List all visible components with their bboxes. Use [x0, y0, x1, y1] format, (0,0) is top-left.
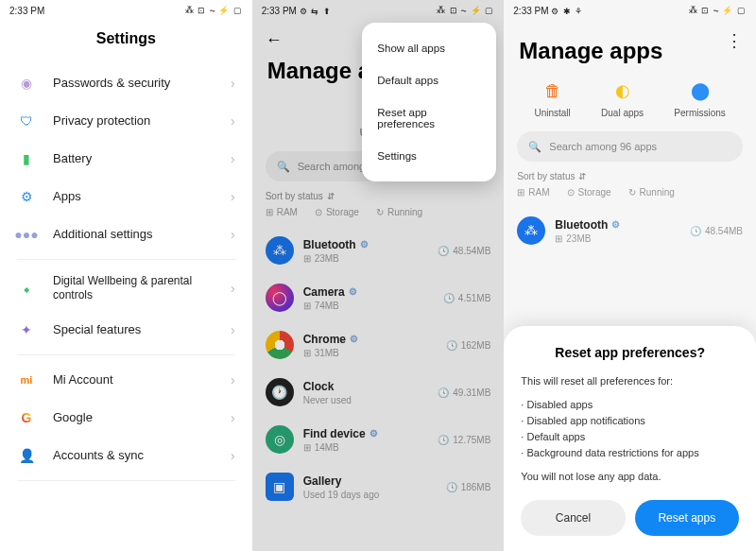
action-uninstall[interactable]: 🗑 Uninstall — [534, 79, 570, 118]
more-button[interactable]: ⋮ — [726, 30, 743, 51]
action-permissions[interactable]: ⬤ Permissions — [674, 79, 725, 118]
settings-item-apps[interactable]: ⚙ Apps › — [4, 178, 249, 215]
settings-item-mi-account[interactable]: mi Mi Account › — [4, 361, 249, 399]
status-icons: ⁂ ⊡ ⏦ ⚡ ▢ — [185, 6, 243, 15]
settings-item-special[interactable]: ✦ Special features › — [4, 311, 249, 349]
status-icons: ⁂ ⊡ ⏦ ⚡ ▢ — [689, 6, 747, 15]
status-bar: 2:33 PM ⚙ ✱ ⚘ ⁂ ⊡ ⏦ ⚡ ▢ — [504, 0, 756, 21]
reset-apps-button[interactable]: Reset apps — [635, 500, 739, 536]
person-icon: 👤 — [17, 446, 36, 465]
chevron-right-icon: › — [231, 113, 235, 129]
menu-reset-prefs[interactable]: Reset app preferences — [362, 96, 496, 140]
divider — [17, 480, 235, 481]
settings-item-privacy[interactable]: 🛡 Privacy protection › — [4, 102, 249, 140]
dialog-title: Reset app preferences? — [521, 345, 739, 360]
sort-icon: ⇵ — [578, 171, 586, 181]
special-icon: ✦ — [17, 320, 36, 339]
settings-item-accounts[interactable]: 👤 Accounts & sync › — [4, 437, 249, 474]
chevron-right-icon: › — [231, 448, 235, 463]
divider — [17, 354, 235, 355]
overflow-menu: Show all apps Default apps Reset app pre… — [362, 23, 496, 181]
settings-list: ◉ Passwords & security › 🛡 Privacy prote… — [0, 64, 252, 481]
chevron-right-icon: › — [231, 227, 235, 242]
status-time: 2:33 PM ⚙ ✱ ⚘ — [513, 6, 583, 16]
chevron-right-icon: › — [231, 372, 235, 387]
chevron-right-icon: › — [231, 410, 235, 425]
sort-toggle[interactable]: Sort by status ⇵ — [504, 171, 756, 187]
status-time: 2:33 PM — [9, 6, 44, 16]
trash-icon: 🗑 — [541, 79, 564, 102]
settings-item-additional[interactable]: ●●● Additional settings › — [4, 215, 249, 253]
battery-icon: ▮ — [17, 149, 36, 168]
chevron-right-icon: › — [231, 281, 235, 296]
bluetooth-icon: ⁂ — [517, 216, 545, 245]
chevron-right-icon: › — [231, 76, 235, 91]
wellbeing-icon: ⬥ — [17, 279, 36, 298]
search-icon: 🔍 — [528, 141, 541, 153]
settings-item-wellbeing[interactable]: ⬥ Digital Wellbeing & parental controls … — [4, 266, 249, 311]
chevron-right-icon: › — [231, 189, 235, 204]
settings-item-battery[interactable]: ▮ Battery › — [4, 140, 249, 178]
chip-ram[interactable]: ⊞ RAM — [517, 187, 549, 198]
app-row-bluetooth[interactable]: ⁂ Bluetooth ⚙ ⊞ 23MB 🕓 48.54MB — [517, 207, 743, 254]
page-title: Settings — [0, 30, 252, 47]
panel-settings: 2:33 PM ⁂ ⊡ ⏦ ⚡ ▢ Settings ◉ Passwords &… — [0, 0, 252, 551]
chip-storage[interactable]: ⊙ Storage — [567, 187, 611, 198]
gear-icon: ⚙ — [17, 187, 36, 206]
panel-manage-apps-dialog: 2:33 PM ⚙ ✱ ⚘ ⁂ ⊡ ⏦ ⚡ ▢ ⋮ Manage apps 🗑 … — [504, 0, 756, 551]
mi-icon: mi — [17, 370, 36, 389]
settings-item-passwords[interactable]: ◉ Passwords & security › — [4, 64, 249, 102]
action-dual-apps[interactable]: ◐ Dual apps — [601, 79, 644, 118]
permissions-icon: ⬤ — [689, 79, 712, 102]
menu-show-all[interactable]: Show all apps — [362, 32, 496, 64]
bottom-sheet-reset: Reset app preferences? This will reset a… — [504, 326, 756, 551]
google-icon: G — [17, 408, 36, 427]
settings-item-google[interactable]: G Google › — [4, 399, 249, 437]
dialog-intro: This will reset all preferences for: — [521, 373, 739, 389]
chevron-right-icon: › — [231, 322, 235, 337]
menu-settings[interactable]: Settings — [362, 140, 496, 172]
chip-running[interactable]: ↻ Running — [628, 187, 675, 198]
divider — [17, 259, 235, 260]
dialog-bullets: · Disabled apps · Disabled app notificat… — [521, 397, 739, 461]
dialog-outro: You will not lose any app data. — [521, 469, 739, 485]
menu-default-apps[interactable]: Default apps — [362, 64, 496, 96]
page-title: Manage apps — [504, 34, 756, 79]
shield-icon: 🛡 — [17, 112, 36, 130]
dots-icon: ●●● — [17, 225, 36, 244]
fingerprint-icon: ◉ — [17, 74, 36, 93]
dual-apps-icon: ◐ — [611, 79, 634, 102]
gear-icon: ⚙ — [611, 219, 620, 230]
status-bar: 2:33 PM ⁂ ⊡ ⏦ ⚡ ▢ — [0, 0, 252, 21]
chevron-right-icon: › — [231, 151, 235, 166]
cancel-button[interactable]: Cancel — [521, 500, 625, 536]
search-input[interactable]: 🔍 Search among 96 apps — [517, 131, 743, 162]
panel-manage-apps-menu: 2:33 PM ⚙ ⇆ ⬆ ⁂ ⊡ ⏦ ⚡ ▢ ← Manage a 🗑 Uni… — [252, 0, 505, 551]
